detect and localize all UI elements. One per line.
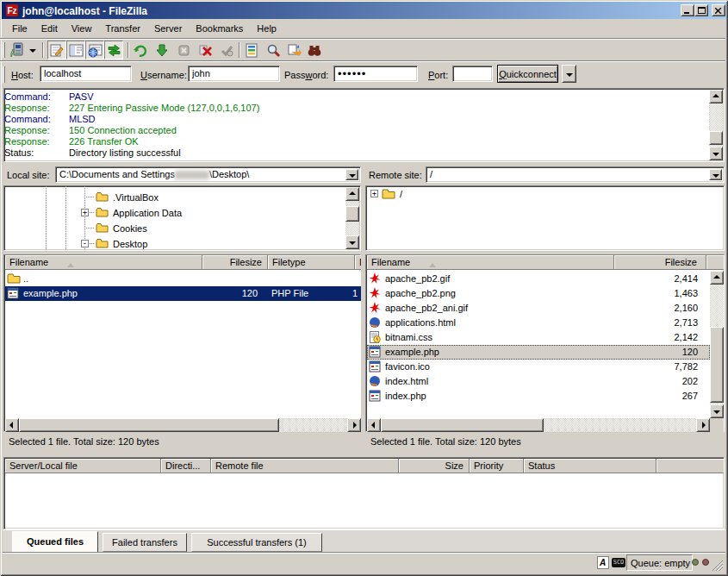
menu-transfer[interactable]: Transfer [99, 21, 146, 36]
expand-icon[interactable]: + [81, 209, 89, 216]
file-row[interactable]: apache_pb2.gif 2,414 [367, 272, 710, 286]
menu-server[interactable]: Server [148, 21, 188, 36]
toggle-local-tree-button[interactable] [66, 41, 85, 59]
toggle-message-log-button[interactable] [47, 41, 66, 59]
toggle-remote-tree-button[interactable] [85, 41, 104, 59]
tree-item-cookies[interactable]: Cookies [113, 223, 147, 234]
menu-edit[interactable]: Edit [35, 21, 64, 36]
file-row[interactable]: apache_pb2_ani.gif 2,160 [367, 301, 710, 316]
find-files-button[interactable] [305, 41, 324, 59]
queue-column-size[interactable]: Size [399, 459, 470, 473]
minimize-button[interactable] [681, 4, 694, 16]
collapse-icon[interactable]: - [81, 240, 89, 247]
tree-item-root[interactable]: / [400, 189, 402, 199]
scroll-right-button[interactable] [696, 418, 710, 432]
tab-successful-transfers[interactable]: Successful transfers (1) [191, 533, 322, 552]
close-button[interactable] [712, 4, 725, 16]
menu-view[interactable]: View [65, 21, 98, 36]
column-header-lastmodified[interactable]: L [355, 255, 361, 270]
column-header-filename[interactable]: Filename [5, 255, 202, 270]
local-site-combo[interactable]: C:\Documents and Settings\Desktop\ [55, 166, 361, 183]
column-header-filesize[interactable]: Filesize [202, 255, 268, 270]
site-manager-button[interactable] [8, 41, 27, 59]
title-bar[interactable]: Fz john@localhost - FileZilla [2, 2, 726, 19]
refresh-button[interactable] [131, 41, 150, 59]
filter-button[interactable] [242, 41, 261, 59]
scroll-thumb[interactable] [381, 418, 544, 432]
scroll-left-button[interactable] [5, 418, 19, 432]
site-manager-dropdown-button[interactable] [27, 41, 38, 59]
file-row[interactable]: favicon.ico 7,782 [367, 360, 710, 374]
queue-column-remote-file[interactable]: Remote file [211, 459, 399, 473]
scroll-thumb[interactable] [709, 131, 723, 145]
queue-column-server-local-file[interactable]: Server/Local file [5, 459, 161, 473]
file-row[interactable]: apache_pb2.png 1,463 [367, 286, 710, 301]
file-row[interactable]: bitnami.css 2,142 [367, 330, 710, 345]
synchronized-browsing-button[interactable] [285, 41, 304, 59]
column-header-filesize[interactable]: Filesize [614, 255, 706, 270]
reconnect-button-disabled[interactable] [217, 41, 236, 59]
search-button[interactable] [264, 41, 283, 59]
column-header-filename[interactable]: Filename [367, 255, 614, 270]
scroll-left-button[interactable] [367, 418, 381, 432]
scroll-thumb[interactable] [19, 418, 279, 432]
scroll-up-button[interactable] [710, 271, 724, 285]
tab-failed-transfers[interactable]: Failed transfers [103, 533, 187, 552]
local-tree-scrollbar[interactable] [345, 187, 359, 249]
toggle-transfer-queue-button[interactable] [104, 41, 123, 59]
disconnect-button[interactable] [196, 41, 215, 59]
cancel-button-disabled[interactable] [174, 41, 193, 59]
column-header-stub [706, 255, 724, 270]
scroll-thumb[interactable] [710, 327, 724, 403]
tree-item-application-data[interactable]: Application Data [113, 208, 182, 218]
tree-item-desktop[interactable]: Desktop [113, 239, 147, 249]
queue-column-stub [656, 459, 724, 473]
toolbar-separator [239, 42, 240, 58]
username-input[interactable]: john [188, 66, 280, 82]
queue-column-status[interactable]: Status [524, 459, 656, 473]
quickconnect-dropdown-button[interactable] [562, 65, 576, 83]
column-header-filetype[interactable]: Filetype [268, 255, 355, 270]
log-scrollbar[interactable] [709, 90, 723, 160]
remote-site-combo[interactable]: / [426, 166, 725, 183]
port-input[interactable] [452, 66, 493, 82]
queue-column-priority[interactable]: Priority [470, 459, 524, 473]
local-hscrollbar[interactable] [5, 418, 361, 432]
file-row-parent[interactable]: .. [5, 272, 361, 286]
quickconnect-grip[interactable] [3, 66, 5, 83]
scroll-up-button[interactable] [345, 187, 359, 201]
expand-icon[interactable]: + [370, 190, 378, 197]
maximize-button[interactable] [694, 4, 708, 16]
scroll-down-button[interactable] [709, 147, 723, 160]
tree-item-virtualbox[interactable]: .VirtualBox [113, 192, 159, 203]
quickconnect-bar: Host: localhost Username: john Password:… [0, 60, 725, 87]
scroll-thumb[interactable] [345, 206, 359, 222]
remote-site-combo-arrow[interactable] [709, 169, 722, 180]
php-file-icon [369, 360, 381, 374]
scroll-down-button[interactable] [345, 235, 359, 249]
firefox-html-icon [369, 375, 381, 389]
host-input[interactable]: localhost [40, 66, 132, 82]
tab-queued-files[interactable]: Queued files [12, 531, 98, 553]
file-row[interactable]: index.html 202 [367, 374, 710, 389]
scroll-down-button[interactable] [710, 404, 724, 418]
scroll-right-button[interactable] [347, 418, 361, 432]
toolbar-grip[interactable] [3, 42, 5, 58]
file-row-selected[interactable]: example.php 120 [367, 345, 710, 360]
menu-help[interactable]: Help [251, 21, 283, 36]
file-row-selected[interactable]: example.php 120 PHP File 1 [5, 286, 361, 301]
queue-column-direction[interactable]: Directi... [161, 459, 211, 473]
local-site-combo-arrow[interactable] [345, 169, 358, 180]
menu-bookmarks[interactable]: Bookmarks [190, 21, 249, 36]
apache-image-icon [369, 287, 381, 301]
file-row[interactable]: index.php 267 [367, 389, 710, 404]
resize-grip[interactable] [712, 560, 724, 572]
password-input[interactable]: •••••• [333, 66, 418, 82]
file-row[interactable]: applications.html 2,713 [367, 316, 710, 330]
remote-vscrollbar[interactable] [710, 271, 724, 418]
scroll-up-button[interactable] [709, 90, 723, 103]
remote-hscrollbar[interactable] [367, 418, 710, 432]
menu-file[interactable]: File [6, 21, 34, 36]
quickconnect-button[interactable]: Quickconnect [497, 65, 558, 83]
process-queue-button[interactable] [152, 41, 171, 59]
